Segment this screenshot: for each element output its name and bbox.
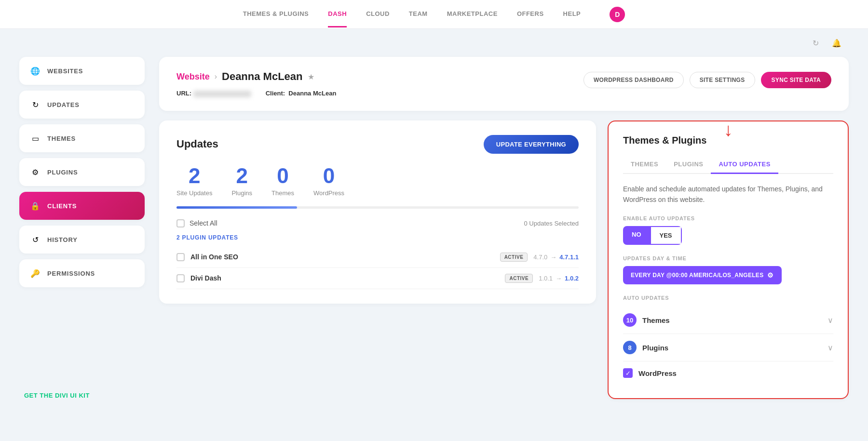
stat-label-wordpress: WordPress [313,189,344,197]
sidebar-spacer [19,293,145,376]
sync-site-data-button[interactable]: SYNC SITE DATA [761,72,831,88]
nav-item-themes-plugins[interactable]: THEMES & PLUGINS [243,1,309,27]
stat-number-themes: 0 [277,165,288,187]
stat-number-plugins: 2 [236,165,248,187]
updates-header: Updates UPDATE EVERYTHING [176,135,579,154]
wordpress-checkbox[interactable]: ✓ [623,368,633,378]
enable-auto-updates-label: ENABLE AUTO UPDATES [623,215,833,221]
version-from-dividash: 1.0.1 [539,275,553,282]
nav-item-marketplace[interactable]: MARKETPLACE [447,1,498,27]
stat-wordpress: 0 WordPress [313,165,344,197]
site-settings-button[interactable]: SITE SETTINGS [690,72,755,88]
plugins-icon: ⚙ [30,167,41,177]
breadcrumb-site-name: Deanna McLean [222,70,303,83]
url-label: URL: [176,90,191,97]
version-to-dividash: 1.0.2 [565,275,579,282]
breadcrumb-website[interactable]: Website [176,72,210,82]
sidebar-item-clients[interactable]: 🔒 CLIENTS [19,192,145,220]
select-all-row: Select All 0 Updates Selected [176,219,579,227]
toggle-yes-button[interactable]: YES [650,226,682,245]
schedule-label: UPDATES DAY & TIME [623,255,833,261]
select-all-label[interactable]: Select All [190,219,217,227]
sidebar-label-themes: THEMES [47,135,76,142]
themes-auto-update-name: Themes [642,316,670,324]
sidebar-label-permissions: PERMISSIONS [47,270,95,277]
down-arrow-indicator: ↓ [724,120,733,139]
version-arrow-dividash: → [556,275,562,282]
stat-label-site-updates: Site Updates [176,189,212,197]
tab-plugins[interactable]: PLUGINS [666,156,711,174]
notifications-icon[interactable]: 🔔 [829,36,844,50]
top-nav: THEMES & PLUGINS DASH CLOUD TEAM MARKETP… [0,0,868,29]
main-layout: 🌐 WEBSITES ↻ UPDATES ▭ THEMES ⚙ PLUGINS … [0,57,868,418]
wordpress-dashboard-button[interactable]: WORDPRESS DASHBOARD [583,72,684,88]
get-divi-kit-link[interactable]: GET THE DIVI UI KIT [24,392,140,399]
themes-count-badge: 10 [623,313,637,327]
progress-bar [176,206,579,209]
version-to-allinone: 4.7.1.1 [559,254,579,261]
sidebar-label-clients: CLIENTS [47,202,77,210]
client-field: Client: Deanna McLean [266,90,337,97]
sidebar-label-plugins: PLUGINS [47,169,78,176]
schedule-button[interactable]: EVERY DAY @00:00 AMERICA/LOS_ANGELES ⚙ [623,266,782,284]
progress-bar-fill [176,206,297,209]
sidebar-item-permissions[interactable]: 🔑 PERMISSIONS [19,259,145,287]
updates-icon: ↻ [30,99,41,110]
header-actions: WORDPRESS DASHBOARD SITE SETTINGS SYNC S… [583,72,831,88]
updates-selected-label: 0 Updates Selected [524,220,579,227]
updates-card: Updates UPDATE EVERYTHING 2 Site Updates… [159,120,596,304]
auto-updates-field-label: AUTO UPDATES [623,295,833,301]
sidebar-item-plugins[interactable]: ⚙ PLUGINS [19,158,145,186]
favorite-star-icon[interactable]: ★ [308,72,314,81]
themes-chevron-icon[interactable]: ∨ [827,316,833,325]
nav-item-team[interactable]: TEAM [409,1,428,27]
refresh-icon[interactable]: ↻ [808,36,823,50]
updates-title: Updates [176,138,218,150]
nav-items: THEMES & PLUGINS DASH CLOUD TEAM MARKETP… [243,1,625,27]
auto-updates-section: AUTO UPDATES 10 Themes ∨ 8 Plugins [623,295,833,385]
tab-themes[interactable]: THEMES [623,156,666,174]
nav-item-dash[interactable]: DASH [328,1,347,27]
wordpress-auto-update-name: WordPress [638,369,677,377]
stat-number-wordpress: 0 [323,165,335,187]
user-avatar[interactable]: D [610,7,625,22]
plugin-updates-label: 2 PLUGIN UPDATES [176,234,579,241]
nav-item-cloud[interactable]: CLOUD [366,1,390,27]
top-icons-row: ↻ 🔔 [0,29,868,57]
sidebar-item-history[interactable]: ↺ HISTORY [19,226,145,254]
plugins-chevron-icon[interactable]: ∨ [827,343,833,352]
plugin-name-dividash: Divi Dash [190,274,499,282]
version-arrow-allinone: → [550,254,556,261]
header-meta: URL: Client: Deanna McLean [176,90,831,97]
plugin-name-allinone: All in One SEO [190,253,494,261]
header-top-row: Website › Deanna McLean ★ WORDPRESS DASH… [176,70,831,90]
stats-row: 2 Site Updates 2 Plugins 0 Themes 0 Word… [176,165,579,197]
stat-label-themes: Themes [271,189,294,197]
websites-icon: 🌐 [30,66,41,76]
plugins-count-badge: 8 [623,341,637,354]
version-info-dividash: 1.0.1 → 1.0.2 [539,275,579,282]
nav-item-offers[interactable]: OFFERS [517,1,544,27]
sidebar-item-themes[interactable]: ▭ THEMES [19,124,145,152]
tab-auto-updates[interactable]: AUTO UPDATES [711,156,778,174]
url-value-blurred [193,91,251,97]
plugins-auto-update-name: Plugins [642,344,668,352]
client-value: Deanna McLean [288,90,336,97]
permissions-icon: 🔑 [30,268,41,279]
version-from-allinone: 4.7.0 [533,254,547,261]
auto-update-left-plugins: 8 Plugins [623,341,668,354]
sidebar-item-updates[interactable]: ↻ UPDATES [19,91,145,119]
toggle-no-button[interactable]: NO [623,226,650,245]
stat-themes: 0 Themes [271,165,294,197]
wordpress-auto-update-row: ✓ WordPress [623,361,833,385]
select-all-checkbox[interactable] [176,219,185,227]
update-everything-button[interactable]: UPDATE EVERYTHING [484,135,579,154]
version-info-allinone: 4.7.0 → 4.7.1.1 [533,254,579,261]
plugin-checkbox-allinone[interactable] [176,253,185,261]
auto-update-left-themes: 10 Themes [623,313,670,327]
content-area: Website › Deanna McLean ★ WORDPRESS DASH… [159,57,849,399]
sidebar-item-websites[interactable]: 🌐 WEBSITES [19,57,145,85]
plugin-checkbox-dividash[interactable] [176,274,185,282]
auto-updates-toggle: NO YES [623,226,682,245]
nav-item-help[interactable]: HELP [563,1,581,27]
